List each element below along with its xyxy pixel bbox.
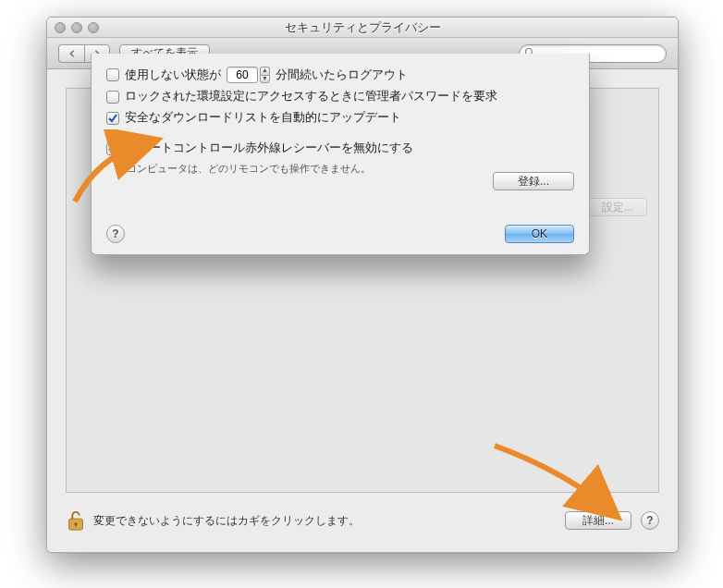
titlebar: セキュリティとプライバシー xyxy=(47,18,678,38)
admin-pw-label: ロックされた環境設定にアクセスするときに管理者パスワードを要求 xyxy=(125,89,497,104)
help-glyph: ? xyxy=(646,514,653,527)
stepper-down-button[interactable]: ▼ xyxy=(260,75,270,83)
logout-minutes-stepper: ▲ ▼ xyxy=(227,67,270,83)
ir-disable-row: リモートコントロール赤外線レシーバーを無効にする xyxy=(106,141,574,156)
safe-downloads-row: 安全なダウンロードリストを自動的にアップデート xyxy=(106,110,574,126)
advanced-sheet: 使用しない状態が ▲ ▼ 分間続いたらログアウト ロックされた環境設定にアクセス… xyxy=(91,54,590,255)
lock-area[interactable]: 変更できないようにするにはカギをクリックします。 xyxy=(66,508,360,533)
admin-pw-row: ロックされた環境設定にアクセスするときに管理者パスワードを要求 xyxy=(106,89,574,104)
window-title: セキュリティとプライバシー xyxy=(47,19,678,36)
logout-minutes-input[interactable] xyxy=(227,67,258,83)
background-settings-button: 設定... xyxy=(588,198,647,216)
sheet-help-button[interactable]: ? xyxy=(106,225,125,243)
minimize-window-button[interactable] xyxy=(71,22,82,33)
register-label: 登録... xyxy=(518,174,549,190)
advanced-button[interactable]: 詳細... xyxy=(565,511,631,530)
logout-suffix: 分間続いたらログアウト xyxy=(276,67,408,83)
sheet-help-glyph: ? xyxy=(112,227,118,240)
logout-row: 使用しない状態が ▲ ▼ 分間続いたらログアウト xyxy=(106,67,574,83)
stepper-up-button[interactable]: ▲ xyxy=(260,67,270,75)
admin-pw-checkbox[interactable] xyxy=(106,91,119,104)
close-window-button[interactable] xyxy=(55,22,66,33)
chevron-left-icon xyxy=(68,50,76,57)
help-button[interactable]: ? xyxy=(641,511,659,530)
ir-disable-checkbox[interactable] xyxy=(106,142,119,155)
safe-downloads-label: 安全なダウンロードリストを自動的にアップデート xyxy=(125,110,401,126)
ir-disable-label: リモートコントロール赤外線レシーバーを無効にする xyxy=(125,141,413,156)
footer: 変更できないようにするにはカギをクリックします。 詳細... ? xyxy=(66,506,659,535)
window-controls xyxy=(55,22,99,33)
nav-back-button[interactable] xyxy=(58,44,84,63)
safe-downloads-checkbox[interactable] xyxy=(106,112,119,125)
ok-button[interactable]: OK xyxy=(505,225,574,243)
svg-rect-4 xyxy=(75,524,76,527)
logout-prefix: 使用しない状態が xyxy=(125,67,221,83)
logout-checkbox[interactable] xyxy=(106,68,119,81)
background-settings-label: 設定... xyxy=(602,200,633,215)
register-button[interactable]: 登録... xyxy=(493,172,574,190)
ok-label: OK xyxy=(532,227,547,240)
advanced-label: 詳細... xyxy=(582,513,614,529)
lock-open-icon xyxy=(66,508,86,533)
lock-text: 変更できないようにするにはカギをクリックします。 xyxy=(93,513,360,529)
zoom-window-button[interactable] xyxy=(88,22,99,33)
